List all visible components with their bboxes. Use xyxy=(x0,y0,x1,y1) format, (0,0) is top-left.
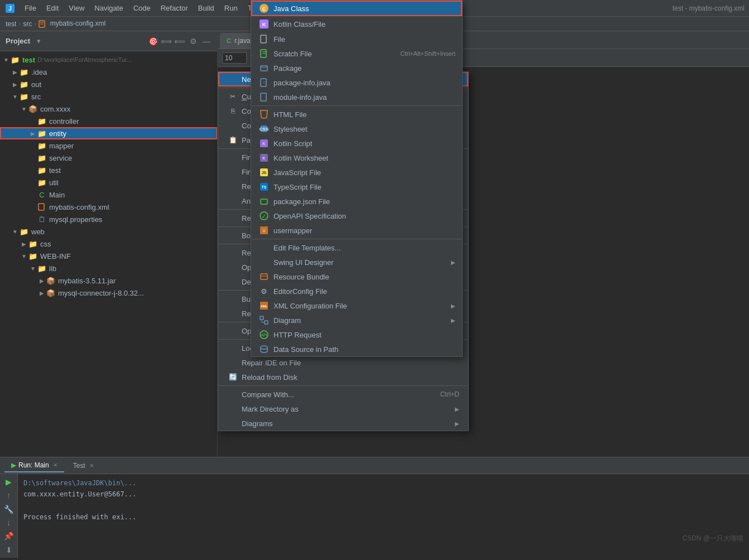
ctx-reload-disk[interactable]: 🔄 Reload from Disk xyxy=(218,370,468,384)
sub-openapi-icon: ✓ xyxy=(258,211,270,220)
tree-label-web-inf: WEB-INF xyxy=(40,252,71,260)
tree-item-controller[interactable]: ▶ 📁 controller xyxy=(0,115,217,127)
tree-item-service[interactable]: ▶ 📁 service xyxy=(0,152,217,164)
run-tab-main[interactable]: ▶ Run: Main × xyxy=(4,459,64,472)
run-play-btn[interactable]: ▶ xyxy=(2,476,16,487)
run-up-btn[interactable]: ↑ xyxy=(2,490,16,501)
svg-rect-5 xyxy=(39,204,44,210)
tree-item-mysql-props[interactable]: ▶ 🗒 mysql.properties xyxy=(0,213,217,225)
sub-xml-config[interactable]: XML XML Configuration File ▶ xyxy=(251,298,462,313)
tree-item-mybatis-config[interactable]: ▶ mybatis-config.xml xyxy=(0,201,217,213)
tree-item-idea[interactable]: ▶ 📁 .idea xyxy=(0,66,217,78)
run-scroll-btn[interactable]: ⬇ xyxy=(2,544,16,556)
ctx-compare-with[interactable]: Compare With... Ctrl+D xyxy=(218,387,468,402)
tree-item-util[interactable]: ▶ 📁 util xyxy=(0,176,217,189)
svg-text:K: K xyxy=(262,156,266,161)
sidebar-minimize-btn[interactable]: — xyxy=(201,36,212,46)
sub-kotlin-class-icon: K xyxy=(258,19,270,29)
ctx-repair-ide[interactable]: Repair IDE on File xyxy=(218,355,468,370)
ctx-copy-icon: ⎘ xyxy=(227,107,238,115)
tree-label-web: web xyxy=(31,228,45,236)
sub-kotlin-worksheet[interactable]: K Kotlin Worksheet xyxy=(251,151,462,165)
sub-scratch-file[interactable]: Scratch File Ctrl+Alt+Shift+Insert xyxy=(251,46,462,61)
sub-editorconfig[interactable]: ⚙ EditorConfig File xyxy=(251,284,462,298)
tree-item-web[interactable]: ▼ 📁 web xyxy=(0,225,217,238)
tree-item-web-inf[interactable]: ▼ 📁 WEB-INF xyxy=(0,250,217,262)
sub-http-request[interactable]: API HTTP Request xyxy=(251,327,462,342)
sub-html-file-icon xyxy=(258,110,270,119)
tree-label-mapper: mapper xyxy=(49,142,74,150)
sub-package-json[interactable]: package.json File xyxy=(251,194,462,209)
ctx-mark-dir[interactable]: Mark Directory as ▶ xyxy=(218,402,468,416)
sub-swing-ui[interactable]: Swing UI Designer ▶ xyxy=(251,255,462,269)
tree-item-mysql-jar[interactable]: ▶ 📦 mysql-connector-j-8.0.32... xyxy=(0,287,217,299)
jar-icon-mysql: 📦 xyxy=(46,289,56,297)
breadcrumb-test[interactable]: test xyxy=(6,20,16,28)
sub-usermapper-label: usermapper xyxy=(273,226,455,235)
run-pin-btn[interactable]: 📌 xyxy=(2,530,16,542)
sub-package[interactable]: Package xyxy=(251,61,462,75)
tree-item-com-xxxx[interactable]: ▼ 📦 com.xxxx xyxy=(0,103,217,115)
sub-js-file[interactable]: JS JavaScript File xyxy=(251,165,462,180)
sub-usermapper[interactable]: U usermapper xyxy=(251,223,462,238)
sub-data-source-icon xyxy=(258,345,270,354)
menu-file[interactable]: File xyxy=(20,2,41,14)
tree-item-src[interactable]: ▼ 📁 src xyxy=(0,90,217,103)
run-tab-test-close[interactable]: × xyxy=(90,462,94,470)
sub-package-info[interactable]: i package-info.java xyxy=(251,75,462,90)
ctx-diagrams[interactable]: Diagrams ▶ xyxy=(218,416,468,431)
sub-module-info[interactable]: module-info.java xyxy=(251,90,462,104)
sub-stylesheet[interactable]: CSS Stylesheet xyxy=(251,122,462,136)
menu-run[interactable]: Run xyxy=(220,2,242,14)
line-number-input[interactable] xyxy=(222,52,247,64)
tree-item-mybatis-jar[interactable]: ▶ 📦 mybatis-3.5.11.jar xyxy=(0,274,217,287)
run-tab-main-close[interactable]: × xyxy=(54,461,57,469)
sub-diagram[interactable]: Diagram ▶ xyxy=(251,313,462,327)
tree-arrow-src: ▼ xyxy=(11,94,19,100)
ctx-mark-dir-label: Mark Directory as xyxy=(242,405,455,413)
sidebar-settings-btn[interactable]: ⚙ xyxy=(188,36,198,46)
sidebar-expand-btn[interactable]: ⟺ xyxy=(161,36,171,46)
tree-label-idea: .idea xyxy=(31,68,47,76)
sub-kotlin-class[interactable]: K Kotlin Class/File xyxy=(251,16,462,32)
tab-main-java-label: r.java xyxy=(234,37,251,45)
menu-code[interactable]: Code xyxy=(129,2,155,14)
run-down-btn[interactable]: ↓ xyxy=(2,517,16,528)
sidebar-collapse-btn[interactable]: ⟸ xyxy=(175,36,185,46)
menu-refactor[interactable]: Refactor xyxy=(156,2,193,14)
run-settings-btn[interactable]: 🔧 xyxy=(2,504,16,515)
ctx-compare-with-shortcut: Ctrl+D xyxy=(440,390,459,398)
sub-java-class[interactable]: C Java Class xyxy=(251,1,462,16)
tree-item-out[interactable]: ▶ 📁 out xyxy=(0,78,217,90)
tree-label-out: out xyxy=(31,80,41,89)
tree-item-main[interactable]: ▶ C Main xyxy=(0,189,217,201)
menu-edit[interactable]: Edit xyxy=(42,2,63,14)
sub-resource-bundle[interactable]: Resource Bundle xyxy=(251,269,462,284)
breadcrumb-file[interactable]: mybatis-config.xml xyxy=(39,20,105,28)
sub-js-file-icon: JS xyxy=(258,168,270,177)
run-tab-test[interactable]: Test × xyxy=(66,460,100,472)
sidebar-locate-btn[interactable]: 🎯 xyxy=(148,36,158,46)
sub-openapi[interactable]: ✓ OpenAPI Specification xyxy=(251,209,462,223)
sub-file[interactable]: File xyxy=(251,32,462,46)
tree-item-lib[interactable]: ▼ 📁 lib xyxy=(0,262,217,274)
tree-item-test-folder[interactable]: ▶ 📁 test xyxy=(0,164,217,176)
sub-kotlin-script[interactable]: K Kotlin Script xyxy=(251,136,462,151)
sub-edit-templates[interactable]: Edit File Templates... xyxy=(251,240,462,255)
sub-data-source[interactable]: Data Source in Path xyxy=(251,342,462,356)
sub-ts-file[interactable]: TS TypeScript File xyxy=(251,180,462,194)
menu-build[interactable]: Build xyxy=(194,2,219,14)
sub-usermapper-icon: U xyxy=(258,226,270,235)
sub-kotlin-worksheet-label: Kotlin Worksheet xyxy=(273,154,455,162)
sub-xml-config-label: XML Configuration File xyxy=(273,302,449,310)
tree-arrow-mysql-props: ▶ xyxy=(29,216,37,223)
sidebar-title: Project xyxy=(6,37,30,45)
tree-item-test-root[interactable]: ▼ 📁 test D:\workplace\ForAtmosphericTur.… xyxy=(0,54,217,66)
tree-item-css[interactable]: ▶ 📁 css xyxy=(0,238,217,250)
tree-item-entity[interactable]: ▶ 📁 entity xyxy=(0,127,217,139)
breadcrumb-src[interactable]: src xyxy=(23,20,32,28)
sub-html-file[interactable]: HTML File xyxy=(251,107,462,122)
tree-item-mapper[interactable]: ▶ 📁 mapper xyxy=(0,139,217,152)
menu-navigate[interactable]: Navigate xyxy=(90,2,127,14)
menu-view[interactable]: View xyxy=(64,2,89,14)
